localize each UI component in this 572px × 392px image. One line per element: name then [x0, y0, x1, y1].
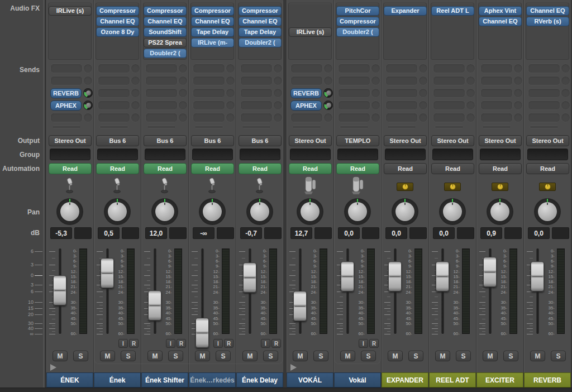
plugin-slot-button[interactable]: Doubler2 (	[144, 49, 187, 58]
sends-slot-area[interactable]	[334, 63, 381, 125]
output-button[interactable]: Stereo Out	[49, 135, 92, 146]
fader-track[interactable]	[299, 248, 302, 334]
solo-button[interactable]: S	[361, 351, 376, 361]
empty-send-slot[interactable]	[528, 64, 560, 73]
solo-button[interactable]: S	[168, 351, 183, 361]
empty-send-slot[interactable]	[98, 64, 130, 73]
pan-knob[interactable]	[344, 198, 371, 225]
automation-mode-button[interactable]: Read	[144, 163, 187, 174]
empty-send-slot[interactable]	[193, 64, 225, 73]
mute-button[interactable]: M	[53, 351, 68, 361]
mute-button[interactable]: M	[100, 351, 115, 361]
sends-slot-area[interactable]	[189, 63, 236, 125]
empty-send-slot[interactable]	[98, 88, 130, 98]
empty-send-slot[interactable]	[50, 113, 83, 122]
solo-button[interactable]: S	[216, 351, 231, 361]
group-slot[interactable]	[290, 149, 331, 160]
sends-slot-area[interactable]	[429, 63, 476, 125]
plugin-slot-button[interactable]: PitchCor	[336, 6, 379, 16]
plugin-slot-button[interactable]: Expander	[384, 6, 427, 16]
fader-track[interactable]	[441, 248, 444, 334]
output-button[interactable]: Bus 6	[191, 135, 234, 146]
plugin-slot-button[interactable]: IRLive (s)	[49, 6, 92, 16]
stack-disclosure-triangle-icon[interactable]	[50, 364, 56, 371]
empty-send-slot[interactable]	[193, 76, 225, 85]
volume-db-value[interactable]: 0,0	[385, 227, 407, 239]
pan-knob[interactable]	[487, 198, 513, 225]
fader-track[interactable]	[201, 248, 204, 334]
group-slot[interactable]	[432, 149, 473, 160]
record-enable-button[interactable]: R	[129, 339, 139, 348]
output-button[interactable]: Bus 6	[96, 135, 139, 146]
track-name-tab[interactable]: EXCITER	[476, 372, 523, 388]
empty-send-slot[interactable]	[98, 101, 130, 110]
plugin-slot-button[interactable]: Aphex Vint	[479, 6, 522, 16]
empty-send-slot[interactable]	[385, 113, 418, 122]
output-button[interactable]: Stereo Out	[289, 135, 332, 146]
plugin-slot-button[interactable]: Channel EQ	[239, 17, 282, 26]
volume-db-value[interactable]: 0,0	[338, 227, 360, 239]
plugin-slot-button[interactable]: Channel EQ	[96, 17, 139, 26]
plugin-slot-button[interactable]: Compressor	[96, 6, 139, 16]
pan-knob[interactable]	[199, 198, 226, 225]
fader-track[interactable]	[106, 248, 109, 334]
audio-fx-slot-area[interactable]: PitchCorCompressorDoubler2 (	[336, 3, 379, 60]
output-button[interactable]: Stereo Out	[431, 135, 474, 146]
solo-button[interactable]: S	[263, 351, 278, 361]
audio-fx-slot-area[interactable]: CompressorChannel EQTape DelayIRLive (m-	[190, 3, 234, 60]
empty-send-slot[interactable]	[240, 88, 273, 98]
sends-slot-area[interactable]	[94, 63, 141, 125]
group-slot[interactable]	[192, 149, 233, 160]
sends-slot-area[interactable]	[476, 63, 523, 125]
fader-track[interactable]	[536, 248, 539, 334]
send-level-knob[interactable]	[323, 88, 333, 98]
empty-send-slot[interactable]	[480, 88, 513, 98]
empty-send-slot[interactable]	[240, 76, 273, 85]
pan-knob[interactable]	[392, 198, 418, 225]
empty-send-slot[interactable]	[145, 64, 178, 73]
volume-db-value[interactable]: -0,7	[240, 227, 262, 239]
empty-send-slot[interactable]	[193, 101, 225, 110]
send-level-knob[interactable]	[83, 88, 93, 98]
solo-button[interactable]: S	[121, 351, 136, 361]
empty-send-slot[interactable]	[193, 88, 225, 98]
volume-db-value[interactable]: -∞	[193, 227, 214, 239]
audio-fx-slot-area[interactable]: CompressorChannel EQTape DelayDoubler2 (	[238, 3, 282, 60]
plugin-slot-button[interactable]: Channel EQ	[144, 17, 187, 26]
solo-button[interactable]: S	[73, 351, 88, 361]
automation-mode-button[interactable]: Read	[289, 163, 332, 174]
sends-slot-area[interactable]: REVERBAPHEX	[287, 63, 333, 125]
empty-send-slot[interactable]	[385, 88, 418, 98]
empty-send-slot[interactable]	[433, 76, 465, 85]
track-name-tab[interactable]: Ének Delay	[236, 372, 283, 388]
solo-button[interactable]: S	[456, 351, 471, 361]
automation-mode-button[interactable]: Read	[479, 163, 522, 174]
mute-button[interactable]: M	[435, 351, 450, 361]
mute-button[interactable]: M	[530, 351, 545, 361]
send-destination-button[interactable]: REVERB	[290, 88, 322, 98]
track-name-tab[interactable]: REVERB	[524, 372, 571, 388]
track-name-tab[interactable]: Ének	[94, 372, 141, 388]
volume-db-value[interactable]: 0,0	[528, 227, 550, 239]
empty-send-slot[interactable]	[480, 101, 513, 110]
pan-knob[interactable]	[56, 198, 83, 225]
track-name-tab[interactable]: Ének…rkedés	[189, 372, 236, 388]
plugin-slot-button[interactable]: SoundShift	[144, 27, 187, 37]
track-name-tab[interactable]: EXPANDER	[382, 372, 428, 388]
output-button[interactable]: Stereo Out	[526, 135, 569, 146]
plugin-slot-button[interactable]: IRLive (s)	[289, 27, 332, 37]
empty-send-slot[interactable]	[338, 113, 370, 122]
solo-button[interactable]: S	[408, 351, 423, 361]
pan-knob[interactable]	[151, 198, 178, 225]
empty-send-slot[interactable]	[528, 101, 560, 110]
empty-send-slot[interactable]	[145, 76, 178, 85]
input-monitoring-button[interactable]: I	[166, 339, 175, 348]
empty-send-slot[interactable]	[290, 76, 323, 85]
mute-button[interactable]: M	[388, 351, 403, 361]
empty-send-slot[interactable]	[528, 76, 560, 85]
output-button[interactable]: TEMPLO	[336, 135, 379, 146]
group-slot[interactable]	[50, 149, 90, 160]
volume-db-value[interactable]: -5,3	[50, 227, 72, 239]
empty-plugin-slot[interactable]	[289, 5, 331, 16]
fader-track[interactable]	[346, 248, 349, 334]
